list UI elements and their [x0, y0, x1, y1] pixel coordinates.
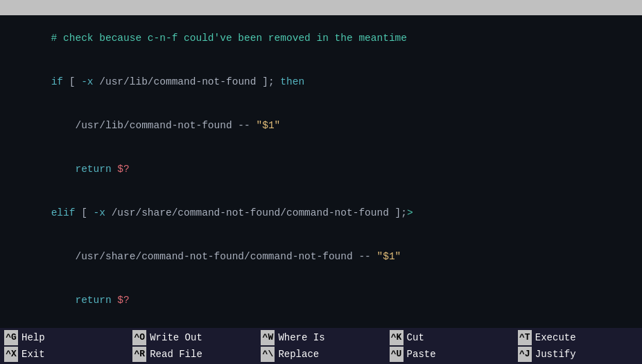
title-bar — [0, 0, 642, 15]
label-writeout: Write Out — [150, 330, 202, 345]
shortcut-exit[interactable]: ^X Exit — [0, 346, 128, 363]
label-whereis: Where Is — [278, 330, 324, 345]
code-line-3: /usr/lib/command-not-found -- "$1" — [3, 104, 639, 148]
key-backslash: ^\ — [261, 347, 275, 362]
key-o: ^O — [132, 330, 146, 345]
key-g: ^G — [4, 330, 18, 345]
code-line-5: elif [ -x /usr/share/command-not-found/c… — [3, 191, 639, 235]
label-exit: Exit — [21, 347, 45, 362]
label-execute: Execute — [535, 330, 576, 345]
key-j: ^J — [518, 347, 532, 362]
key-u: ^U — [390, 347, 404, 362]
key-w: ^W — [261, 330, 275, 345]
key-r: ^R — [132, 347, 146, 362]
label-justify: Justify — [535, 347, 576, 362]
label-cut: Cut — [407, 330, 424, 345]
shortcut-justify[interactable]: ^J Justify — [514, 346, 642, 363]
shortcut-help[interactable]: ^G Help — [0, 329, 128, 346]
shortcut-readfile[interactable]: ^R Read File — [128, 346, 257, 363]
key-t: ^T — [518, 330, 532, 345]
shortcut-execute[interactable]: ^T Execute — [514, 329, 642, 346]
shortcut-paste[interactable]: ^U Paste — [385, 346, 514, 363]
shortcuts-bar: ^G Help ^O Write Out ^W Where Is ^K Cut … — [0, 328, 642, 364]
code-line-4: return $? — [3, 148, 639, 191]
key-k: ^K — [390, 330, 404, 345]
label-paste: Paste — [407, 347, 436, 362]
code-line-2: if [ -x /usr/lib/command-not-found ]; th… — [3, 60, 639, 104]
shortcut-writeout[interactable]: ^O Write Out — [128, 329, 257, 346]
shortcuts-row-1: ^G Help ^O Write Out ^W Where Is ^K Cut … — [0, 329, 642, 346]
nano-editor: # check because c-n-f could've been remo… — [0, 0, 642, 364]
code-line-6: /usr/share/command-not-found/command-not… — [3, 235, 639, 279]
shortcuts-row-2: ^X Exit ^R Read File ^\ Replace ^U Paste… — [0, 346, 642, 363]
code-area[interactable]: # check because c-n-f could've been remo… — [0, 15, 642, 328]
shortcut-replace[interactable]: ^\ Replace — [257, 346, 385, 363]
code-line-1: # check because c-n-f could've been remo… — [3, 17, 639, 60]
label-replace: Replace — [278, 347, 319, 362]
code-line-8: else — [3, 322, 639, 328]
label-readfile: Read File — [150, 347, 202, 362]
code-line-7: return $? — [3, 279, 639, 322]
shortcut-cut[interactable]: ^K Cut — [385, 329, 514, 346]
key-x: ^X — [4, 347, 18, 362]
shortcut-whereis[interactable]: ^W Where Is — [257, 329, 385, 346]
label-help: Help — [21, 330, 45, 345]
